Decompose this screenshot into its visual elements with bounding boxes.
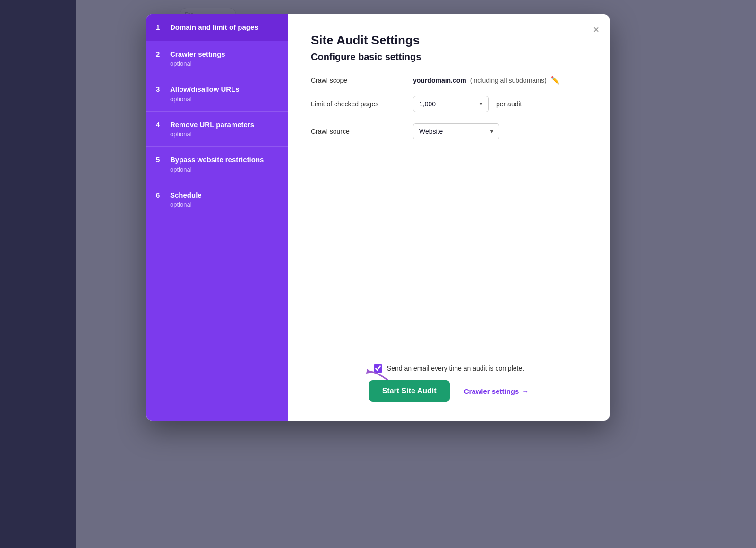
sidebar-item-4-title: Remove URL parameters bbox=[170, 120, 254, 130]
main-content: × Site Audit Settings Configure basic se… bbox=[288, 14, 610, 421]
crawl-source-label: Crawl source bbox=[311, 128, 405, 135]
sidebar-item-6-content: Schedule optional bbox=[170, 191, 202, 209]
crawl-scope-desc: (including all subdomains) bbox=[470, 77, 547, 84]
sidebar-item-1-number: 1 bbox=[156, 23, 163, 31]
limit-pages-select-wrapper: 100 500 1,000 5,000 10,000 50,000 100,00… bbox=[413, 96, 489, 112]
sidebar-item-remove-url[interactable]: 4 Remove URL parameters optional bbox=[146, 112, 288, 147]
crawler-settings-link-text: Crawler settings bbox=[464, 387, 519, 395]
sidebar-item-3-subtitle: optional bbox=[170, 96, 240, 103]
sidebar-item-4-subtitle: optional bbox=[170, 130, 254, 138]
sidebar-item-4-content: Remove URL parameters optional bbox=[170, 120, 254, 138]
svg-marker-0 bbox=[366, 369, 372, 374]
sidebar-item-domain[interactable]: 1 Domain and limit of pages bbox=[146, 14, 288, 41]
crawl-scope-value: yourdomain.com (including all subdomains… bbox=[413, 76, 560, 85]
crawler-settings-link[interactable]: Crawler settings → bbox=[464, 387, 529, 395]
sidebar-item-1-content: Domain and limit of pages bbox=[170, 23, 258, 32]
sidebar-item-3-content: Allow/disallow URLs optional bbox=[170, 85, 240, 103]
limit-pages-row: Limit of checked pages 100 500 1,000 5,0… bbox=[311, 96, 587, 112]
sidebar-item-5-number: 5 bbox=[156, 155, 163, 164]
sidebar-item-schedule[interactable]: 6 Schedule optional bbox=[146, 182, 288, 217]
sidebar-item-3-number: 3 bbox=[156, 85, 163, 93]
footer: Send an email every time an audit is com… bbox=[311, 345, 587, 402]
sidebar-item-5-title: Bypass website restrictions bbox=[170, 155, 264, 165]
email-checkbox-label: Send an email every time an audit is com… bbox=[387, 365, 524, 372]
sidebar-item-bypass[interactable]: 5 Bypass website restrictions optional bbox=[146, 147, 288, 182]
sidebar-item-1-title: Domain and limit of pages bbox=[170, 23, 258, 32]
sidebar-item-2-number: 2 bbox=[156, 50, 163, 58]
edit-icon[interactable]: ✏️ bbox=[550, 76, 560, 85]
sidebar-item-6-title: Schedule bbox=[170, 191, 202, 200]
limit-pages-select[interactable]: 100 500 1,000 5,000 10,000 50,000 100,00… bbox=[413, 96, 489, 112]
crawl-source-select-wrapper: Website Sitemap Website and Sitemap ▼ bbox=[413, 123, 499, 139]
email-checkbox[interactable] bbox=[374, 364, 382, 373]
crawl-source-row: Crawl source Website Sitemap Website and… bbox=[311, 123, 587, 139]
modal-title: Site Audit Settings bbox=[311, 33, 587, 48]
crawl-source-select[interactable]: Website Sitemap Website and Sitemap bbox=[413, 123, 499, 139]
sidebar-item-crawler[interactable]: 2 Crawler settings optional bbox=[146, 41, 288, 77]
sidebar-item-5-content: Bypass website restrictions optional bbox=[170, 155, 264, 173]
crawler-settings-arrow-icon: → bbox=[522, 387, 529, 395]
crawl-scope-row: Crawl scope yourdomain.com (including al… bbox=[311, 76, 587, 85]
email-checkbox-row: Send an email every time an audit is com… bbox=[374, 364, 524, 373]
sidebar-item-2-title: Crawler settings bbox=[170, 50, 225, 59]
sidebar-item-3-title: Allow/disallow URLs bbox=[170, 85, 240, 94]
modal-overlay: 1 Domain and limit of pages 2 Crawler se… bbox=[0, 0, 756, 548]
modal: 1 Domain and limit of pages 2 Crawler se… bbox=[146, 14, 610, 421]
crawl-scope-domain: yourdomain.com bbox=[413, 77, 466, 84]
sidebar-item-6-number: 6 bbox=[156, 191, 163, 199]
section-title: Configure basic settings bbox=[311, 52, 587, 62]
sidebar-item-4-number: 4 bbox=[156, 120, 163, 129]
sidebar-item-2-subtitle: optional bbox=[170, 60, 225, 67]
start-audit-button[interactable]: Start Site Audit bbox=[369, 380, 450, 402]
crawl-scope-label: Crawl scope bbox=[311, 77, 405, 84]
footer-actions: Start Site Audit Crawler settings → bbox=[369, 380, 529, 402]
sidebar-item-5-subtitle: optional bbox=[170, 166, 264, 173]
close-button[interactable]: × bbox=[591, 23, 601, 37]
sidebar-item-allow-disallow[interactable]: 3 Allow/disallow URLs optional bbox=[146, 76, 288, 112]
sidebar: 1 Domain and limit of pages 2 Crawler se… bbox=[146, 14, 288, 421]
limit-pages-label: Limit of checked pages bbox=[311, 100, 405, 108]
per-audit-text: per audit bbox=[496, 100, 522, 108]
sidebar-item-6-subtitle: optional bbox=[170, 201, 202, 208]
sidebar-item-2-content: Crawler settings optional bbox=[170, 50, 225, 68]
